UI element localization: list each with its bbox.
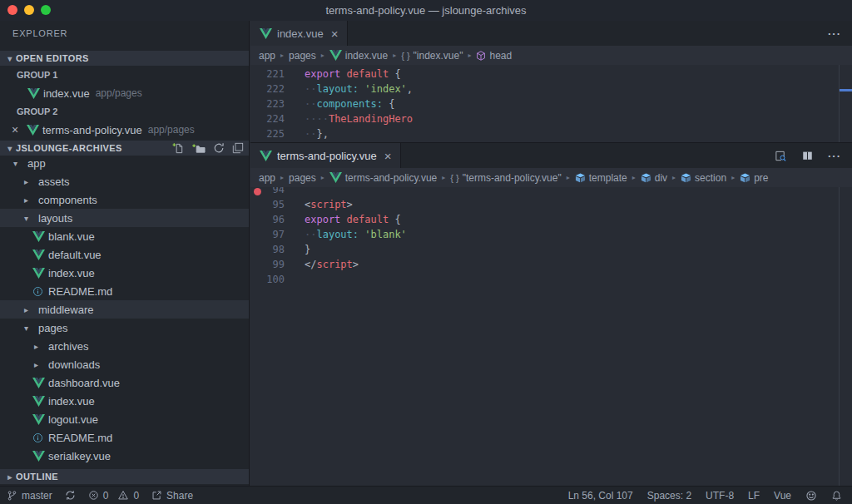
breadcrumb-item-index-vue[interactable]: index.vue: [329, 50, 388, 62]
language-mode[interactable]: Vue: [774, 490, 791, 502]
open-editors-header[interactable]: ▾ OPEN EDITORS: [0, 51, 249, 66]
chevron-right-icon: ▸: [22, 177, 38, 186]
outline-header[interactable]: ▸ OUTLINE: [0, 469, 249, 484]
tree-item-README-md[interactable]: README.md: [0, 282, 249, 300]
tree-item-pages[interactable]: ▾pages: [0, 319, 249, 337]
code-line-100[interactable]: 100: [250, 272, 852, 287]
tab-label: index.vue: [277, 27, 324, 40]
line-number: 222: [250, 82, 285, 96]
vue-icon: [32, 396, 48, 407]
breadcrumb-label: template: [589, 172, 627, 184]
line-number: 225: [250, 126, 285, 141]
tree-item-README-md[interactable]: README.md: [0, 428, 249, 447]
code-editor[interactable]: 9495<script>96export default {97··layout…: [250, 187, 852, 486]
tree-item-middleware[interactable]: ▸middleware: [0, 300, 249, 319]
open-preview-button[interactable]: [774, 150, 787, 162]
more-actions-button[interactable]: ···: [828, 27, 841, 40]
tree-item-index-vue[interactable]: index.vue: [0, 392, 249, 410]
smiley-icon: [805, 490, 817, 502]
vue-icon: [329, 50, 342, 61]
code-text: ····TheLandingHero: [305, 111, 413, 126]
breadcrumb-item-app[interactable]: app: [259, 50, 275, 62]
breadcrumb-item-pre[interactable]: pre: [740, 172, 768, 184]
new-folder-button[interactable]: [192, 142, 206, 154]
breadcrumb-item-pages[interactable]: pages: [289, 172, 316, 184]
vue-icon: [32, 451, 48, 462]
editor-area: index.vue × ··· app▸pages▸index.vue▸{ }"…: [250, 21, 852, 486]
tree-item-label: layouts: [38, 212, 72, 225]
breadcrumb-item-pages[interactable]: pages: [289, 50, 316, 62]
tree-item-default-vue[interactable]: default.vue: [0, 245, 249, 264]
breadcrumb-item-section[interactable]: section: [681, 172, 726, 184]
breadcrumb-item-div[interactable]: div: [641, 172, 667, 184]
line-number: 224: [250, 111, 285, 126]
tab-terms-and-policy-vue[interactable]: terms-and-policy.vue ×: [250, 143, 401, 168]
window-title: terms-and-policy.vue — jslounge-archives: [0, 0, 852, 21]
code-text: ··},: [305, 126, 329, 141]
tree-item-archives[interactable]: ▸archives: [0, 337, 249, 355]
tree-item-index-vue[interactable]: index.vue: [0, 264, 249, 282]
tree-item-blank-vue[interactable]: blank.vue: [0, 227, 249, 245]
tree-item-layouts[interactable]: ▾layouts: [0, 209, 249, 227]
chevron-right-icon: ▸: [22, 305, 38, 314]
breadcrumb-item-index-vue[interactable]: { }"index.vue": [401, 50, 463, 62]
chevron-down-icon: ▾: [12, 159, 27, 168]
breadcrumb-item-template[interactable]: template: [575, 172, 627, 184]
code-line-99[interactable]: 99</script>: [250, 257, 852, 272]
scrollbar[interactable]: [839, 187, 852, 486]
breadcrumb-label: pre: [754, 172, 768, 184]
breadcrumb-item-terms-and-policy-vue[interactable]: { }"terms-and-policy.vue": [450, 172, 561, 184]
code-line-223[interactable]: 223··components: {: [250, 96, 852, 111]
tree-item-serialkey-vue[interactable]: serialkey.vue: [0, 447, 249, 465]
tree-item-components[interactable]: ▸components: [0, 190, 249, 209]
code-line-225[interactable]: 225··},: [250, 126, 852, 141]
close-icon[interactable]: ×: [12, 124, 27, 136]
code-line-98[interactable]: 98}: [250, 242, 852, 257]
tree-item-dashboard-vue[interactable]: dashboard.vue: [0, 373, 249, 392]
code-line-96[interactable]: 96export default {: [250, 212, 852, 227]
split-editor-button[interactable]: [801, 150, 814, 161]
feedback-button[interactable]: [805, 490, 817, 502]
close-icon[interactable]: ×: [331, 27, 339, 40]
new-file-button[interactable]: [172, 142, 185, 155]
close-icon[interactable]: ×: [384, 150, 392, 162]
chevron-right-icon: ▸: [32, 342, 48, 351]
error-count: 0: [103, 490, 109, 502]
tree-item-assets[interactable]: ▸assets: [0, 172, 249, 190]
code-line-221[interactable]: 221export default {: [250, 67, 852, 82]
tree-item-label: default.vue: [48, 249, 102, 261]
code-line-95[interactable]: 95<script>: [250, 197, 852, 212]
code-editor[interactable]: 221export default {222··layout: 'index',…: [250, 65, 852, 142]
code-line-224[interactable]: 224····TheLandingHero: [250, 111, 852, 126]
code-line-97[interactable]: 97··layout: 'blank': [250, 227, 852, 242]
tree-item-app[interactable]: ▾app: [0, 154, 249, 172]
tree-item-logout-vue[interactable]: logout.vue: [0, 410, 249, 428]
breakpoint-icon[interactable]: [254, 188, 261, 195]
breadcrumb-item-app[interactable]: app: [259, 172, 275, 184]
open-editor-file-name: terms-and-policy.vue: [42, 124, 142, 136]
scrollbar[interactable]: [839, 65, 852, 142]
open-editor-item-terms-and-policy-vue[interactable]: ×terms-and-policy.vueapp/pages: [0, 121, 249, 139]
tree-item-downloads[interactable]: ▸downloads: [0, 355, 249, 373]
notifications-button[interactable]: [831, 490, 842, 502]
git-branch-indicator[interactable]: master: [7, 490, 52, 502]
indentation-indicator[interactable]: Spaces: 2: [647, 490, 691, 502]
share-button[interactable]: Share: [151, 490, 193, 502]
cursor-position[interactable]: Ln 56, Col 107: [568, 490, 633, 502]
vue-icon: [260, 151, 272, 161]
collapse-all-button[interactable]: [232, 142, 244, 154]
warning-icon: [117, 490, 129, 501]
eol-indicator[interactable]: LF: [748, 490, 760, 502]
open-editor-item-index-vue[interactable]: index.vueapp/pages: [0, 84, 249, 102]
breadcrumb-item-terms-and-policy-vue[interactable]: terms-and-policy.vue: [329, 172, 437, 184]
chevron-down-icon: ▾: [22, 214, 38, 223]
tab-index-vue[interactable]: index.vue ×: [250, 21, 348, 46]
more-actions-button[interactable]: ···: [828, 150, 841, 162]
code-line-222[interactable]: 222··layout: 'index',: [250, 82, 852, 96]
breadcrumb-item-head[interactable]: head: [476, 50, 512, 62]
sync-button[interactable]: [65, 490, 76, 501]
refresh-button[interactable]: [213, 142, 225, 154]
tree-item-label: dashboard.vue: [48, 377, 120, 389]
problems-indicator[interactable]: 0 0: [88, 490, 139, 502]
encoding-indicator[interactable]: UTF-8: [706, 490, 734, 502]
